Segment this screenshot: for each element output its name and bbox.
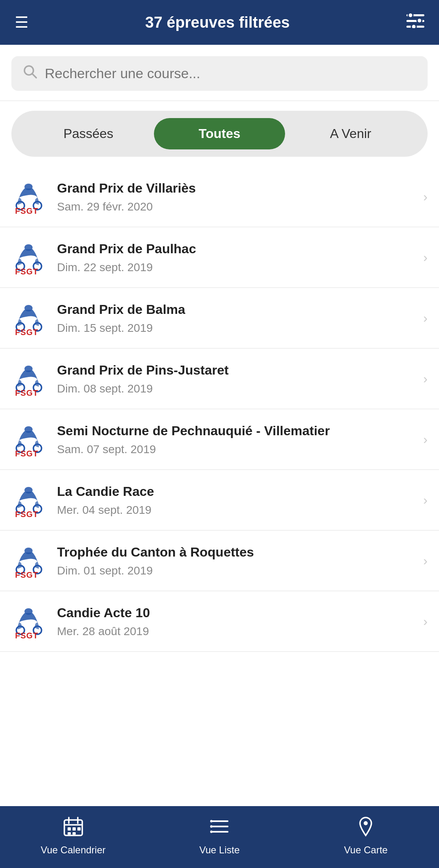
search-input[interactable] [45, 66, 416, 81]
calendar-icon [63, 816, 84, 840]
chevron-right-icon: › [423, 189, 428, 204]
race-name: Semi Nocturne de Pechnauquié - Villemati… [57, 423, 413, 440]
race-info: La Candie Race Mer. 04 sept. 2019 [57, 483, 413, 517]
race-name: La Candie Race [57, 483, 413, 500]
svg-rect-48 [72, 832, 76, 835]
race-date: Mer. 28 août 2019 [57, 625, 413, 638]
chevron-right-icon: › [423, 311, 428, 326]
race-date: Sam. 29 févr. 2020 [57, 200, 413, 213]
list-item[interactable]: FSGT La Candie Race Mer. 04 sept. 2019 › [0, 470, 439, 530]
race-name: Grand Prix de Villariès [57, 180, 413, 197]
fsgt-logo: FSGT [11, 239, 47, 275]
chevron-right-icon: › [423, 371, 428, 386]
filter-tabs-wrapper: Passées Toutes A Venir [0, 101, 439, 167]
svg-text:FSGT: FSGT [15, 267, 38, 275]
header: ☰ 37 épreuves filtrées [0, 0, 439, 45]
race-info: Candie Acte 10 Mer. 28 août 2019 [57, 605, 413, 638]
svg-point-3 [408, 13, 413, 18]
tab-toutes[interactable]: Toutes [154, 118, 285, 149]
svg-rect-45 [72, 827, 76, 831]
race-date: Dim. 01 sept. 2019 [57, 564, 413, 577]
list-item[interactable]: FSGT Grand Prix de Pins-Justaret Dim. 08… [0, 349, 439, 409]
nav-label-list: Vue Liste [199, 844, 239, 856]
svg-rect-44 [68, 827, 71, 831]
chevron-right-icon: › [423, 493, 428, 508]
search-box [11, 56, 428, 91]
race-info: Grand Prix de Pins-Justaret Dim. 08 sept… [57, 362, 413, 395]
nav-item-calendar[interactable]: Vue Calendrier [0, 816, 146, 856]
list-item[interactable]: FSGT Trophée du Canton à Roquettes Dim. … [0, 530, 439, 591]
header-title: 37 épreuves filtrées [29, 14, 406, 31]
list-item[interactable]: FSGT Candie Acte 10 Mer. 28 août 2019 › [0, 591, 439, 652]
svg-rect-46 [77, 827, 81, 831]
svg-line-7 [33, 74, 37, 78]
list-item[interactable]: FSGT Grand Prix de Balma Dim. 15 sept. 2… [0, 288, 439, 349]
tab-passees[interactable]: Passées [23, 118, 154, 149]
chevron-right-icon: › [423, 614, 428, 629]
svg-point-54 [210, 831, 213, 833]
nav-item-list[interactable]: Vue Liste [146, 816, 292, 856]
race-date: Dim. 08 sept. 2019 [57, 382, 413, 395]
race-name: Grand Prix de Pins-Justaret [57, 362, 413, 379]
fsgt-logo: FSGT [11, 361, 47, 397]
chevron-right-icon: › [423, 250, 428, 265]
race-info: Grand Prix de Paulhac Dim. 22 sept. 2019 [57, 241, 413, 274]
nav-label-calendar: Vue Calendrier [41, 844, 105, 856]
tab-avenir[interactable]: A Venir [285, 118, 416, 149]
list-icon [209, 816, 230, 840]
svg-text:FSGT: FSGT [15, 328, 38, 336]
race-info: Trophée du Canton à Roquettes Dim. 01 se… [57, 544, 413, 577]
map-icon [355, 816, 376, 840]
svg-text:FSGT: FSGT [15, 206, 38, 215]
race-date: Mer. 04 sept. 2019 [57, 504, 413, 517]
search-container [0, 45, 439, 101]
svg-point-52 [210, 820, 213, 822]
chevron-right-icon: › [423, 553, 428, 568]
nav-label-map: Vue Carte [344, 844, 388, 856]
fsgt-logo: FSGT [11, 603, 47, 639]
race-info: Grand Prix de Balma Dim. 15 sept. 2019 [57, 301, 413, 335]
fsgt-logo: FSGT [11, 300, 47, 336]
svg-point-4 [417, 18, 422, 23]
svg-point-5 [411, 24, 416, 28]
race-name: Candie Acte 10 [57, 605, 413, 622]
list-item[interactable]: FSGT Grand Prix de Villariès Sam. 29 fév… [0, 167, 439, 227]
svg-text:FSGT: FSGT [15, 449, 38, 457]
race-date: Dim. 15 sept. 2019 [57, 322, 413, 335]
race-info: Semi Nocturne de Pechnauquié - Villemati… [57, 423, 413, 456]
chevron-right-icon: › [423, 432, 428, 447]
fsgt-logo: FSGT [11, 482, 47, 518]
filter-tabs: Passées Toutes A Venir [11, 111, 428, 157]
svg-text:FSGT: FSGT [15, 631, 38, 639]
svg-point-55 [364, 821, 368, 825]
svg-rect-47 [68, 832, 71, 835]
list-item[interactable]: FSGT Grand Prix de Paulhac Dim. 22 sept.… [0, 227, 439, 288]
svg-point-53 [210, 825, 213, 828]
bottom-nav: Vue Calendrier Vue Liste Vue Carte [0, 806, 439, 868]
race-date: Sam. 07 sept. 2019 [57, 443, 413, 456]
race-name: Grand Prix de Balma [57, 301, 413, 318]
fsgt-logo: FSGT [11, 179, 47, 215]
nav-item-map[interactable]: Vue Carte [293, 816, 439, 856]
list-item[interactable]: FSGT Semi Nocturne de Pechnauquié - Vill… [0, 409, 439, 470]
race-date: Dim. 22 sept. 2019 [57, 261, 413, 274]
menu-icon[interactable]: ☰ [15, 15, 29, 30]
fsgt-logo: FSGT [11, 543, 47, 579]
race-name: Trophée du Canton à Roquettes [57, 544, 413, 561]
svg-text:FSGT: FSGT [15, 388, 38, 397]
race-info: Grand Prix de Villariès Sam. 29 févr. 20… [57, 180, 413, 213]
race-list: FSGT Grand Prix de Villariès Sam. 29 fév… [0, 167, 439, 806]
filter-icon[interactable] [406, 13, 424, 31]
svg-text:FSGT: FSGT [15, 510, 38, 518]
fsgt-logo: FSGT [11, 421, 47, 457]
search-icon [23, 64, 37, 83]
race-name: Grand Prix de Paulhac [57, 241, 413, 258]
svg-text:FSGT: FSGT [15, 570, 38, 579]
